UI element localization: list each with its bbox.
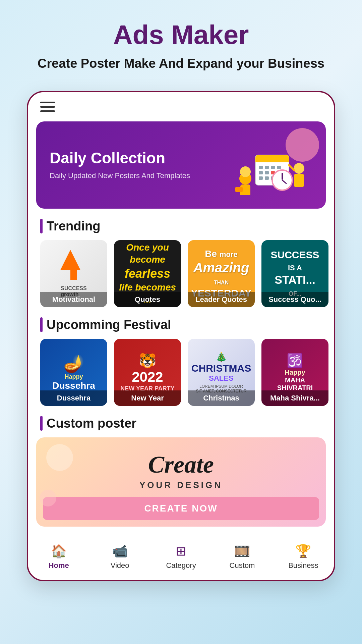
svg-line-24 (289, 165, 294, 170)
shivratri-label: Maha Shivra... (261, 390, 328, 406)
svg-rect-9 (271, 166, 275, 169)
nav-video[interactable]: 📹 Video (89, 544, 150, 570)
dussehra-label: Dussehra (40, 390, 107, 406)
custom-deco-2 (40, 490, 56, 506)
festival-card-shivratri[interactable]: 🕉️ Happy MAHASHIVRATRI Maha Shivra... (261, 339, 328, 406)
svg-point-22 (294, 163, 304, 174)
home-label: Home (49, 561, 69, 570)
nav-custom[interactable]: 🎞️ Custom (212, 544, 273, 570)
custom-bar (40, 416, 43, 431)
trending-scroll-row[interactable]: SUCCESSgrowth Motivational Once youbecom… (28, 240, 334, 314)
success-label: Success Quo... (261, 292, 328, 307)
video-label: Video (111, 561, 129, 570)
hamburger-line-1 (40, 102, 55, 103)
shivratri-happy: Happy (277, 369, 313, 376)
page-title: Ads Maker (13, 20, 349, 50)
trending-bar (40, 219, 43, 233)
arrow-stem (70, 270, 77, 280)
phone-inner: Daily Collection Daily Updated New Poste… (28, 92, 334, 580)
custom-label: Custom poster (47, 416, 136, 431)
nav-home[interactable]: 🏠 Home (28, 544, 89, 570)
tiger-emoji: 🐯 (120, 353, 174, 369)
newyear-content: 🐯 2022 NEW YEAR PARTY (117, 349, 178, 395)
svg-rect-16 (265, 176, 269, 180)
festival-card-dussehra[interactable]: 🪔 Happy Dussehra Dussehra (40, 339, 107, 406)
trending-label: Trending (47, 219, 100, 233)
trending-section-label: Trending (40, 219, 322, 233)
svg-rect-15 (259, 176, 263, 180)
dussehra-content: 🪔 Happy Dussehra (49, 351, 99, 394)
svg-rect-7 (259, 166, 263, 169)
festival-label: Upcomming Festival (47, 318, 171, 332)
shivratri-content: 🕉️ Happy MAHASHIVRATRI (274, 350, 316, 395)
video-icon: 📹 (112, 544, 128, 558)
trend-card-quotes[interactable]: Once youbecomefearlesslife becomes... Qu… (114, 240, 181, 307)
nav-business[interactable]: 🏆 Business (273, 544, 334, 570)
svg-point-2 (240, 166, 251, 177)
leader-label: Leader Quotes (188, 292, 255, 307)
phone-frame: Daily Collection Daily Updated New Poste… (27, 91, 335, 581)
custom-create-text: Create (148, 451, 214, 479)
custom-poster-section: Custom poster Create YOUR DESIGN CREATE … (28, 416, 334, 527)
svg-rect-12 (265, 171, 269, 174)
home-icon: 🏠 (51, 544, 67, 558)
christmas-icon: 🎄 (191, 352, 251, 363)
banner[interactable]: Daily Collection Daily Updated New Poste… (36, 121, 326, 209)
newyear-year: 2022 (120, 369, 174, 385)
quotes-label: Quotes (114, 292, 181, 307)
create-now-button[interactable]: CREATE NOW (43, 497, 319, 520)
dussehra-name: Dussehra (52, 380, 95, 391)
christmas-label: Christmas (188, 390, 255, 406)
dussehra-emoji: 🪔 (52, 354, 95, 373)
custom-poster-card[interactable]: Create YOUR DESIGN CREATE NOW (36, 437, 326, 527)
festival-card-newyear[interactable]: 🐯 2022 NEW YEAR PARTY New Year (114, 339, 181, 406)
banner-text: Daily Collection Daily Updated New Poste… (50, 149, 190, 181)
christmas-sub: SALES (191, 374, 251, 383)
banner-decoration (286, 128, 319, 162)
hamburger-bar (28, 92, 334, 121)
category-label: Category (166, 561, 196, 570)
hamburger-icon[interactable] (40, 102, 55, 112)
category-icon: ⊞ (176, 544, 186, 558)
arrow-head (60, 250, 80, 270)
page-subtitle: Create Poster Make And Expand your Busin… (13, 56, 349, 71)
motivational-label: Motivational (40, 292, 107, 307)
bottom-nav: 🏠 Home 📹 Video ⊞ Category 🎞️ Custom 🏆 Bu… (28, 537, 334, 580)
nav-category[interactable]: ⊞ Category (150, 544, 212, 570)
shivratri-name: MAHASHIVRATRI (277, 376, 313, 392)
banner-title: Daily Collection (50, 149, 190, 167)
christmas-title: CHRISTMAS (191, 363, 251, 374)
festival-bar (40, 317, 43, 332)
svg-rect-3 (235, 187, 243, 192)
newyear-label: New Year (114, 390, 181, 406)
christmas-content: 🎄 CHRISTMAS SALES LOREM IPSUM DOLORSIT A… (188, 348, 254, 397)
svg-rect-11 (259, 171, 263, 174)
svg-rect-23 (294, 174, 304, 187)
banner-illustration (225, 135, 312, 195)
banner-description: Daily Updated New Posters And Templates (50, 171, 190, 181)
custom-section-label: Custom poster (40, 416, 322, 431)
festival-section-label: Upcomming Festival (40, 317, 322, 332)
festival-scroll-row[interactable]: 🪔 Happy Dussehra Dussehra 🐯 2022 NEW YEA… (28, 339, 334, 413)
trend-card-motivational[interactable]: SUCCESSgrowth Motivational (40, 240, 107, 307)
business-icon: 🏆 (295, 544, 311, 558)
hamburger-line-3 (40, 110, 55, 112)
trend-card-leader[interactable]: Be moreAmazingTHANYESTERDAY Leader Quote… (188, 240, 255, 307)
shivratri-icon: 🕉️ (277, 353, 313, 369)
custom-icon: 🎞️ (234, 544, 250, 558)
custom-deco-1 (46, 444, 73, 471)
page-header: Ads Maker Create Poster Make And Expand … (0, 0, 362, 81)
custom-nav-label: Custom (230, 561, 255, 570)
festival-card-christmas[interactable]: 🎄 CHRISTMAS SALES LOREM IPSUM DOLORSIT A… (188, 339, 255, 406)
dussehra-happy: Happy (52, 373, 95, 380)
hamburger-line-2 (40, 106, 55, 108)
svg-rect-6 (255, 159, 289, 162)
svg-rect-10 (277, 166, 281, 169)
custom-design-text: YOUR DESIGN (139, 480, 223, 490)
trend-card-success[interactable]: SUCCESSIS ASTATI...OF... Success Quo... (261, 240, 328, 307)
svg-rect-8 (265, 166, 269, 169)
business-label: Business (288, 561, 318, 570)
arrow-graphic (60, 250, 87, 283)
